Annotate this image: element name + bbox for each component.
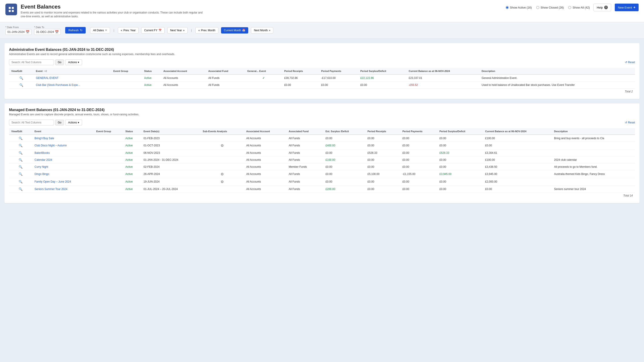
admin-description-0: General Administration Event. bbox=[480, 74, 635, 82]
admin-col-event[interactable]: Event ↑=2 bbox=[34, 68, 111, 74]
managed-magnify-icon-5[interactable]: 🔍 bbox=[9, 170, 32, 178]
new-event-button[interactable]: New Event + bbox=[615, 4, 638, 11]
managed-event-link-6[interactable]: Family Open Day – June 2024 bbox=[32, 178, 94, 186]
admin-actions-button[interactable]: Actions ▾ bbox=[65, 59, 82, 65]
show-active-radio[interactable] bbox=[506, 6, 509, 9]
managed-col-current-balance: Current Balance as at 06-NOV-2024 bbox=[483, 128, 552, 135]
managed-assoc-fund-0: All Funds bbox=[286, 135, 323, 142]
managed-period-receipts-2: £528.33 bbox=[365, 149, 400, 156]
managed-magnify-icon-0[interactable]: 🔍 bbox=[9, 135, 32, 142]
next-month-button[interactable]: Next Month » bbox=[251, 27, 273, 34]
managed-event-link-1[interactable]: Club Disco Night – Autumn bbox=[32, 142, 94, 149]
managed-event-group-0 bbox=[94, 135, 123, 142]
admin-table-row: 🔍 GENERAL EVENT Active All Accounts All … bbox=[9, 74, 635, 82]
show-all-option[interactable]: Show All (42) bbox=[568, 6, 590, 9]
admin-magnify-icon-1[interactable]: 🔍 bbox=[9, 82, 34, 88]
next-year-label: Next Year bbox=[170, 29, 182, 32]
managed-period-payments-5: -£1,155.00 bbox=[400, 170, 437, 178]
managed-col-assoc-account: Associated Account bbox=[244, 128, 286, 135]
next-year-arrow-icon: » bbox=[183, 29, 184, 32]
managed-event-link-2[interactable]: Bake4Books bbox=[32, 149, 94, 156]
managed-magnify-icon-6[interactable]: 🔍 bbox=[9, 178, 32, 186]
current-month-button[interactable]: Current Month 📅 bbox=[221, 27, 248, 34]
managed-actions-button[interactable]: Actions ▾ bbox=[65, 120, 82, 126]
managed-search-input[interactable] bbox=[9, 120, 54, 126]
managed-status-4: Active bbox=[123, 163, 141, 170]
admin-table: View/Edit Event ↑=2 Event Group Status A… bbox=[9, 68, 635, 88]
managed-event-link-0[interactable]: Bring'n'Buy Sale bbox=[32, 135, 94, 142]
svg-rect-3 bbox=[12, 10, 14, 12]
managed-event-link-3[interactable]: Calendar 2024 bbox=[32, 156, 94, 163]
date-to-label: * Date To bbox=[34, 26, 61, 28]
managed-event-dates-7: 01-JUL-2024 – 20-JUL-2024 bbox=[141, 186, 200, 192]
show-closed-label: Show Closed (26) bbox=[540, 6, 564, 9]
admin-event-link-1[interactable]: Club Bar (Stock Purchases & Expe... bbox=[34, 82, 111, 88]
admin-reset-button[interactable]: ↺ Reset bbox=[625, 61, 635, 64]
admin-col-assoc-account: Associated Account bbox=[161, 68, 206, 74]
show-closed-option[interactable]: Show Closed (26) bbox=[536, 6, 564, 9]
refresh-button[interactable]: Refresh ↻ bbox=[65, 27, 86, 34]
admin-description-1: Used to hold balance of Unallocated Bar … bbox=[480, 82, 635, 88]
managed-magnify-icon-1[interactable]: 🔍 bbox=[9, 142, 32, 149]
managed-col-assoc-fund: Associated Fund bbox=[286, 128, 323, 135]
help-button[interactable]: Help ? bbox=[594, 4, 611, 11]
admin-period-surplus-0: £22,122.86 bbox=[358, 74, 406, 82]
sub-events-icon[interactable]: ⚙ bbox=[220, 172, 224, 176]
admin-general-event-0: ✓ bbox=[245, 74, 282, 82]
managed-current-balance-1: £0.00 bbox=[483, 142, 552, 149]
managed-magnify-icon-2[interactable]: 🔍 bbox=[9, 149, 32, 156]
managed-est-surplus-1: £400.00 bbox=[323, 142, 366, 149]
next-month-arrow-icon: » bbox=[269, 29, 270, 32]
admin-search-input[interactable] bbox=[9, 59, 54, 65]
calendar-from-icon[interactable]: 📅 bbox=[26, 30, 30, 34]
managed-period-surplus-6: £0.00 bbox=[437, 178, 483, 186]
next-year-button[interactable]: Next Year » bbox=[167, 27, 188, 34]
managed-col-event: Event bbox=[32, 128, 94, 135]
admin-general-event-1 bbox=[245, 82, 282, 88]
sub-events-icon[interactable]: ⚙ bbox=[220, 144, 224, 148]
admin-table-toolbar: Go Actions ▾ ↺ Reset bbox=[9, 59, 635, 65]
managed-event-link-4[interactable]: Curry Night bbox=[32, 163, 94, 170]
managed-current-balance-2: £3,304.61 bbox=[483, 149, 552, 156]
managed-event-link-7[interactable]: Seniors Summer Tour 2024 bbox=[32, 186, 94, 192]
managed-period-surplus-3: £0.00 bbox=[437, 156, 483, 163]
admin-section-desc: Administrative Events are used to record… bbox=[9, 52, 635, 56]
date-to-input[interactable]: 31-DEC-2024 📅 bbox=[34, 29, 61, 35]
managed-magnify-icon-7[interactable]: 🔍 bbox=[9, 186, 32, 192]
admin-magnify-icon-0[interactable]: 🔍 bbox=[9, 74, 34, 82]
managed-reset-icon: ↺ bbox=[625, 121, 627, 124]
show-closed-radio[interactable] bbox=[536, 6, 539, 9]
current-fy-button[interactable]: Current FY 📅 bbox=[141, 27, 164, 34]
admin-period-surplus-1: £0.00 bbox=[358, 82, 406, 88]
admin-col-period-surplus: Period Surplus/Deficit bbox=[358, 68, 406, 74]
date-from-input[interactable]: 01-JAN-2024 📅 bbox=[6, 29, 32, 35]
prev-month-button[interactable]: « Prev. Month bbox=[196, 27, 218, 34]
managed-assoc-account-2: All Accounts bbox=[244, 149, 286, 156]
managed-event-link-5[interactable]: Dingo Bingo bbox=[32, 170, 94, 178]
managed-est-surplus-4: £0.00 bbox=[323, 163, 366, 170]
show-all-radio[interactable] bbox=[568, 6, 571, 9]
managed-go-button[interactable]: Go bbox=[55, 120, 64, 126]
show-active-option[interactable]: Show Active (16) bbox=[506, 6, 532, 9]
admin-event-link-0[interactable]: GENERAL EVENT bbox=[34, 74, 111, 82]
admin-go-button[interactable]: Go bbox=[55, 59, 64, 65]
admin-table-row: 🔍 Club Bar (Stock Purchases & Expe... Ac… bbox=[9, 82, 635, 88]
managed-actions-label: Actions bbox=[68, 121, 77, 124]
date-to-value: 31-DEC-2024 bbox=[36, 30, 54, 34]
refresh-icon: ↻ bbox=[80, 28, 82, 32]
admin-period-payments-0: -£17,610.00 bbox=[319, 74, 358, 82]
separator-2: | bbox=[191, 28, 192, 32]
sub-events-icon[interactable]: ⚙ bbox=[220, 180, 224, 184]
managed-description-2 bbox=[552, 149, 635, 156]
managed-event-dates-2: 06-NOV-2023 bbox=[141, 149, 200, 156]
managed-event-group-6 bbox=[94, 178, 123, 186]
managed-reset-button[interactable]: ↺ Reset bbox=[625, 121, 635, 124]
managed-magnify-icon-4[interactable]: 🔍 bbox=[9, 163, 32, 170]
all-dates-button[interactable]: All Dates ✕ bbox=[90, 27, 110, 34]
managed-event-dates-5: 26-APR-2024 bbox=[141, 170, 200, 178]
managed-magnify-icon-3[interactable]: 🔍 bbox=[9, 156, 32, 163]
managed-sub-events-6: ⚙ bbox=[200, 178, 244, 186]
admin-col-view-edit: View/Edit bbox=[9, 68, 34, 74]
prev-year-button[interactable]: « Prev. Year bbox=[118, 27, 138, 34]
calendar-to-icon[interactable]: 📅 bbox=[55, 30, 59, 34]
